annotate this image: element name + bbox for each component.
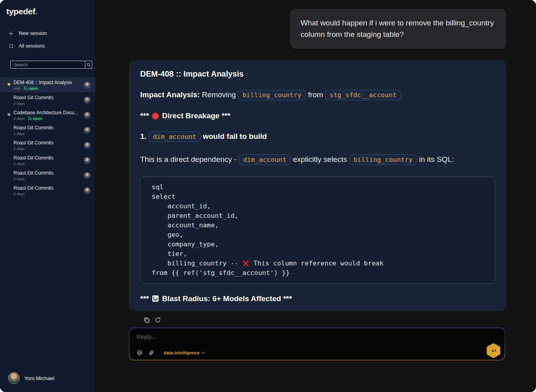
app-logo: typedef. [0,0,95,16]
assistant-title: DEM-408 :: Impact Analysis [140,69,495,79]
impact-text-1: Removing [202,90,236,99]
session-meta: 2 days [13,177,84,181]
session-info: Roast Git Commits 2 days [13,170,84,181]
red-circle-emoji [152,113,159,119]
point-text: would fail to build [203,132,267,140]
point-number: 1. [140,132,147,140]
session-meta: now open [13,86,84,90]
grid-dots-icon [8,44,13,49]
session-item-roast-6[interactable]: Roast Git Commits 2 days [0,183,95,198]
sidebar-nav: New session All sessions [0,27,95,52]
reply-box-inner: data-intelligence [129,328,505,360]
session-meta: 2 days [13,161,84,166]
session-info: Roast Git Commits 2 days [13,125,84,136]
cross-mark-icon [242,260,249,267]
new-session-button[interactable]: New session [0,27,95,40]
session-time: 2 days [13,161,25,166]
session-title: Roast Git Commits [13,95,84,100]
mention-button[interactable] [137,350,143,356]
blast-radius-heading: *** Blast Radius: 6+ Models Affected *** [140,294,495,303]
refresh-icon [154,317,161,323]
user-name: Yoni Michael [24,375,54,381]
session-info: DEM-408 :: Impact Analysis now open [13,80,84,90]
chat-area: What would happen if i were to remove th… [96,0,536,392]
session-item-roast-3[interactable]: Roast Git Commits 2 days [0,138,95,153]
session-title: Roast Git Commits [13,125,84,131]
avatar [84,97,91,104]
reply-toolbar: data-intelligence [137,350,497,357]
session-title: Codebase Architecture Docu... [13,110,84,115]
dependency-text-2: explicitly selects [293,155,347,163]
search-icon[interactable] [85,61,92,68]
session-title: Roast Git Commits [13,140,84,146]
avatar [84,172,91,179]
session-info: Roast Git Commits 2 days [13,140,84,151]
session-meta: 2 days [13,101,84,106]
heading-label: Direct Breakage *** [162,111,230,120]
git-branch-icon [28,116,32,120]
regenerate-button[interactable] [154,317,161,323]
logo-text: typedef [6,7,35,16]
all-sessions-button[interactable]: All sessions [0,40,95,52]
user-message-bubble: What would happen if i were to remove th… [290,9,506,49]
open-badge: open [23,86,39,90]
session-time: 2 days [13,146,25,151]
search-input[interactable] [11,61,85,68]
session-title: DEM-408 :: Impact Analysis [13,80,84,85]
sidebar: typedef. New session All sessions [0,0,96,392]
user-profile[interactable]: Yoni Michael [0,367,95,392]
session-info: Codebase Architecture Docu... 4 days ope… [13,110,84,121]
copy-button[interactable] [143,317,150,323]
session-item-roast-5[interactable]: Roast Git Commits 2 days [0,168,95,183]
sql-code-block: sql select account_id, parent_account_id… [140,177,495,284]
avatar [84,142,91,149]
code-pill-billing-country-2: billing_country [349,154,417,165]
heading-prefix: *** [140,294,149,303]
bar-chart-emoji [152,295,159,302]
code-pill-dim-account: dim_account [148,131,201,142]
app-window: typedef. New session All sessions [0,0,536,392]
status-dot-yellow [8,83,10,86]
dependency-text-3: in its SQL: [419,155,454,163]
session-item-roast-1[interactable]: Roast Git Commits 2 days [0,92,95,108]
message-actions [143,317,506,323]
session-item-roast-2[interactable]: Roast Git Commits 2 days [0,123,95,138]
code-pill-dim-account-2: dim_account [239,154,291,165]
attach-button[interactable] [148,350,154,356]
session-meta: 2 days [13,131,84,136]
code-pill-stg-sfdc-account: stg_sfdc__account [325,90,401,100]
agent-name: data-intelligence [164,350,200,355]
avatar [84,187,91,194]
session-info: Roast Git Commits 2 days [13,185,84,196]
session-list: DEM-408 :: Impact Analysis now open Roas… [0,77,95,367]
session-time: 4 days [13,116,25,121]
direct-breakage-heading: *** Direct Breakage *** [140,111,495,120]
session-title: Roast Git Commits [13,155,84,161]
avatar [84,127,91,134]
session-item-codebase-arch[interactable]: Codebase Architecture Docu... 4 days ope… [0,108,95,123]
reply-input[interactable] [137,333,462,340]
search-box [10,61,92,69]
user-avatar [8,372,20,384]
session-time: 2 days [13,192,25,196]
assistant-message-card: DEM-408 :: Impact Analysis Impact Analys… [129,60,506,311]
session-title: Roast Git Commits [13,185,84,191]
paperclip-icon [148,350,154,356]
session-time: 2 days [13,131,25,136]
dependency-paragraph: This is a direct dependency - dim_accoun… [140,152,495,167]
chevron-down-icon [202,352,205,354]
session-meta: 4 days open [13,116,84,121]
enter-arrow-icon [490,348,497,354]
dependency-text-1: This is a direct dependency - [140,155,237,163]
plus-icon [8,31,13,36]
session-item-roast-4[interactable]: Roast Git Commits 2 days [0,153,95,168]
avatar [84,82,91,88]
session-time: now [13,86,20,90]
session-item-dem-408[interactable]: DEM-408 :: Impact Analysis now open [0,77,95,92]
at-icon [137,350,143,356]
avatar [84,157,91,164]
agent-selector[interactable]: data-intelligence [164,350,205,355]
open-badge-label: open [33,116,42,121]
session-meta: 2 days [13,192,84,196]
numbered-point-1: 1. dim_account would fail to build [140,131,495,142]
